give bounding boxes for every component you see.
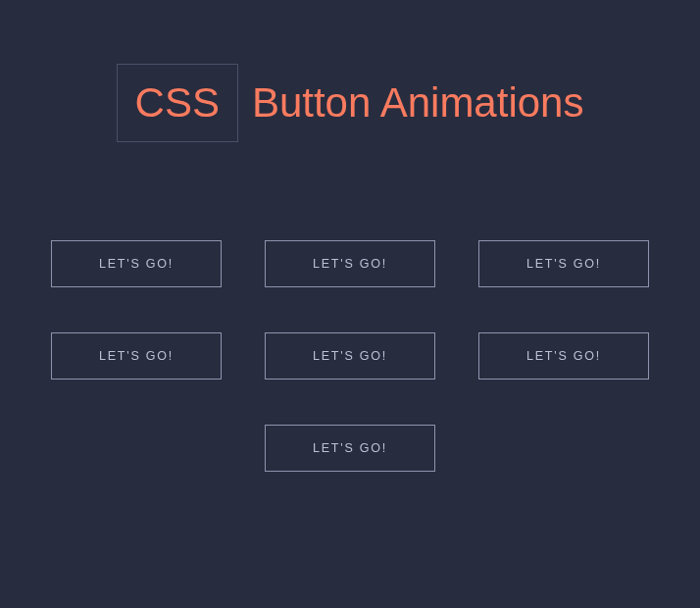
title-rest: Button Animations <box>252 82 584 124</box>
buttons-grid: LET'S GO! LET'S GO! LET'S GO! LET'S GO! … <box>0 240 700 472</box>
page-title: CSS Button Animations <box>117 64 584 142</box>
demo-button-3[interactable]: LET'S GO! <box>478 240 649 287</box>
demo-button-4[interactable]: LET'S GO! <box>51 332 222 380</box>
demo-button-7[interactable]: LET'S GO! <box>265 425 435 472</box>
demo-button-2[interactable]: LET'S GO! <box>265 240 435 287</box>
demo-button-1[interactable]: LET'S GO! <box>51 240 222 287</box>
title-prefix-box: CSS <box>117 64 238 142</box>
demo-button-5[interactable]: LET'S GO! <box>265 332 435 380</box>
demo-button-6[interactable]: LET'S GO! <box>478 332 649 380</box>
header: CSS Button Animations <box>0 0 700 240</box>
